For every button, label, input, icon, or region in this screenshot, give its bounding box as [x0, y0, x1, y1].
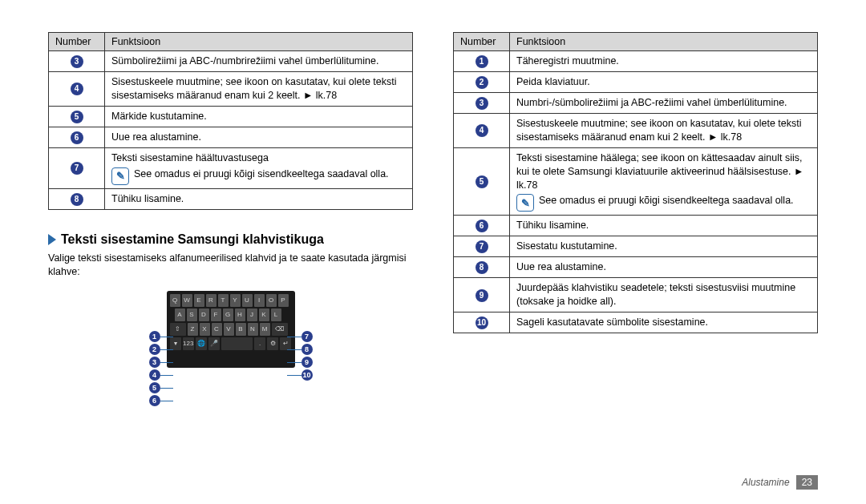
row-text: Märkide kustutamine.	[111, 110, 406, 123]
table-row: 4Sisestuskeele muutmine; see ikoon on ka…	[49, 72, 413, 107]
row-function-cell: Peida klaviatuur.	[510, 72, 818, 93]
onscreen-keyboard: QWERTYUIOP ASDFGHJKL ⇧ZXCVBNM⌫ ▾123🌐🎤.⚙↵	[167, 291, 295, 368]
callout-line	[160, 349, 173, 350]
number-badge: 7	[71, 162, 83, 175]
row-number-cell: 8	[454, 257, 510, 278]
note-text: See omadus ei pruugi kõigi sisendkeelteg…	[134, 167, 406, 181]
row-text: Juurdepääs klahvistiku seadetele; teksti…	[516, 281, 811, 308]
table-row: 3Sümbolirežiimi ja ABC-/numbrirežiimi va…	[49, 51, 413, 72]
callout-line	[287, 337, 301, 337]
shift-key: ⇧	[170, 323, 186, 336]
table-row: 6Uue rea alustamine.	[49, 127, 413, 147]
note-text: See omadus ei pruugi kõigi sisendkeelteg…	[539, 194, 811, 208]
row-function-cell: Juurdepääs klahvistiku seadetele; teksti…	[510, 278, 818, 312]
table-row: 2Peida klaviatuur.	[454, 72, 818, 93]
keyboard-figure: QWERTYUIOP ASDFGHJKL ⇧ZXCVBNM⌫ ▾123🌐🎤.⚙↵…	[127, 291, 335, 419]
keyboard-key: U	[242, 294, 253, 307]
keyboard-key: W	[182, 294, 192, 307]
keyboard-key: I	[254, 294, 265, 307]
row-text: Sisestuskeele muutmine; see ikoon on kas…	[111, 75, 406, 103]
section-heading: Teksti sisestamine Samsungi klahvistikug…	[61, 232, 324, 247]
keyboard-key: R	[206, 294, 216, 307]
keyboard-key: B	[236, 323, 246, 336]
keyboard-key: G	[223, 308, 233, 321]
number-badge: 8	[475, 261, 488, 274]
table-row: 3Numbri-/sümbolirežiimi ja ABC-režiimi v…	[454, 93, 818, 114]
number-badge: 2	[475, 76, 488, 89]
row-function-cell: Uue rea alustamine.	[105, 127, 413, 147]
number-badge: 6	[71, 131, 83, 144]
keyboard-key: J	[247, 308, 257, 321]
number-badge: 7	[475, 240, 488, 253]
keyboard-key: P	[278, 294, 289, 307]
keyboard-key: E	[194, 294, 204, 307]
table-row: 4Sisestuskeele muutmine; see ikoon on ka…	[454, 114, 818, 148]
note-icon: ✎	[111, 167, 129, 185]
callout-number: 8	[301, 344, 313, 355]
table-row: 5Teksti sisestamine häälega; see ikoon o…	[454, 147, 818, 216]
row-text: Täheregistri muutmine.	[516, 54, 811, 68]
row-text: Uue rea alustamine.	[516, 260, 811, 274]
table-row: 9Juurdepääs klahvistiku seadetele; tekst…	[454, 278, 818, 312]
row-text: Uue rea alustamine.	[111, 131, 406, 144]
page-number: 23	[796, 475, 818, 490]
number-badge: 3	[475, 97, 488, 110]
note-row: ✎See omadus ei pruugi kõigi sisendkeelte…	[111, 167, 406, 185]
note-row: ✎See omadus ei pruugi kõigi sisendkeelte…	[516, 194, 811, 212]
row-text: Teksti sisestamine häälega; see ikoon on…	[516, 151, 811, 192]
row-function-cell: Täheregistri muutmine.	[510, 51, 818, 72]
row-number-cell: 5	[454, 147, 510, 216]
table-row: 6Tühiku lisamine.	[454, 216, 818, 236]
hide-keyboard-key: ▾	[170, 337, 181, 350]
keyboard-key: N	[248, 323, 258, 336]
callout-number: 6	[149, 395, 160, 406]
keyboard-key: T	[218, 294, 229, 307]
keyboard-key: F	[211, 308, 221, 321]
row-function-cell: Teksti sisestamine häältuvastusega✎See o…	[105, 147, 413, 188]
keyboard-key: Z	[188, 323, 198, 336]
mode-key: 123	[183, 337, 194, 350]
keyboard-key: M	[260, 323, 270, 336]
row-text: Numbri-/sümbolirežiimi ja ABC-režiimi va…	[516, 96, 811, 110]
keyboard-key: A	[175, 308, 185, 321]
row-function-cell: Tühiku lisamine.	[510, 216, 818, 236]
col-header-number: Number	[454, 33, 510, 51]
callout-number: 4	[149, 369, 160, 381]
callout-number: 2	[149, 344, 160, 355]
row-number-cell: 5	[49, 106, 105, 127]
row-text: Sümbolirežiimi ja ABC-/numbrirežiimi vah…	[111, 54, 406, 68]
section-body: Valige teksti sisestamiseks alfanumeeril…	[48, 252, 413, 280]
callout-line	[160, 401, 173, 401]
row-number-cell: 7	[454, 236, 510, 257]
row-text: Sisestatu kustutamine.	[516, 240, 811, 253]
number-badge: 1	[475, 55, 488, 68]
row-function-cell: Teksti sisestamine häälega; see ikoon on…	[510, 147, 818, 216]
row-text: Peida klaviatuur.	[516, 75, 811, 89]
row-number-cell: 4	[49, 72, 105, 107]
callout-line	[160, 337, 173, 337]
note-icon: ✎	[516, 194, 534, 212]
callout-number: 10	[301, 369, 313, 381]
row-function-cell: Uue rea alustamine.	[510, 257, 818, 278]
table-row: 1Täheregistri muutmine.	[454, 51, 818, 72]
col-header-function: Funktsioon	[510, 33, 818, 51]
row-text: Sisestuskeele muutmine; see ikoon on kas…	[516, 117, 811, 144]
row-number-cell: 3	[49, 51, 105, 72]
page-footer: Alustamine 23	[742, 475, 818, 490]
callout-number: 1	[149, 331, 160, 342]
callout-line	[160, 362, 173, 363]
keyboard-key: K	[259, 308, 269, 321]
keyboard-key: H	[235, 308, 245, 321]
keyboard-key: S	[187, 308, 197, 321]
callout-number: 7	[301, 331, 313, 342]
row-function-cell: Sümbolirežiimi ja ABC-/numbrirežiimi vah…	[105, 51, 413, 72]
keyboard-key: C	[212, 323, 222, 336]
row-function-cell: Sageli kasutatavate sümbolite sisestamin…	[510, 312, 818, 333]
row-text: Sageli kasutatavate sümbolite sisestamin…	[516, 316, 811, 329]
number-badge: 4	[475, 124, 488, 137]
row-number-cell: 8	[49, 188, 105, 209]
sym-key: .	[254, 337, 265, 350]
row-number-cell: 1	[454, 51, 510, 72]
row-text: Tühiku lisamine.	[111, 192, 406, 206]
settings-key: ⚙	[267, 337, 278, 350]
